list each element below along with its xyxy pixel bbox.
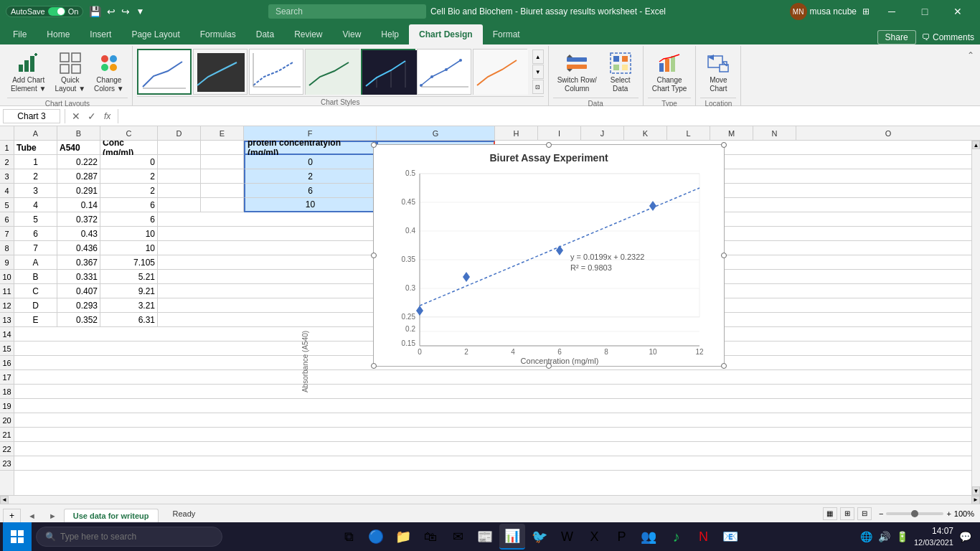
- cell-e3[interactable]: [201, 169, 244, 184]
- name-box[interactable]: [3, 109, 60, 123]
- zoom-in-icon[interactable]: +: [946, 509, 951, 518]
- taskbar-icon-twitter[interactable]: 🐦: [527, 524, 552, 550]
- col-header-b[interactable]: B: [57, 126, 100, 140]
- vertical-scrollbar[interactable]: ▲ ▼: [971, 141, 980, 495]
- row-num-21[interactable]: 21: [0, 428, 14, 442]
- select-data-button[interactable]: SelectData: [603, 49, 639, 96]
- cell-a4[interactable]: 3: [14, 184, 57, 198]
- confirm-formula-button[interactable]: ✓: [85, 110, 98, 122]
- sheet-tab-active[interactable]: Use data for writeup: [64, 509, 159, 522]
- save-icon[interactable]: 💾: [89, 6, 101, 17]
- chart-style-3[interactable]: [249, 49, 303, 95]
- formula-input[interactable]: [123, 110, 977, 123]
- taskbar-search-bar[interactable]: 🔍: [36, 527, 222, 547]
- zoom-slider[interactable]: [886, 512, 943, 515]
- change-colors-button[interactable]: ChangeColors ▼: [90, 49, 128, 96]
- col-header-d[interactable]: D: [158, 126, 201, 140]
- cell-f4[interactable]: 6: [244, 184, 377, 198]
- sheet-nav-right[interactable]: ►: [43, 509, 62, 522]
- tab-page-layout[interactable]: Page Layout: [121, 24, 189, 44]
- cell-b9[interactable]: 0.367: [57, 255, 100, 270]
- cell-b6[interactable]: 0.372: [57, 212, 100, 227]
- redo-icon[interactable]: ↪: [121, 6, 130, 17]
- cell-a2[interactable]: 1: [14, 155, 57, 169]
- row-num-8[interactable]: 8: [0, 241, 14, 255]
- taskbar-icon-task-view[interactable]: ⧉: [336, 524, 362, 550]
- chart-style-1[interactable]: [137, 49, 192, 95]
- tab-format[interactable]: Format: [483, 24, 530, 44]
- row-num-11[interactable]: 11: [0, 284, 14, 298]
- cell-b3[interactable]: 0.287: [57, 169, 100, 184]
- cell-c10[interactable]: 5.21: [100, 270, 158, 284]
- cell-c4[interactable]: 2: [100, 184, 158, 198]
- taskbar-icon-edge[interactable]: 🔵: [363, 524, 389, 550]
- customize-icon[interactable]: ▼: [136, 6, 144, 17]
- taskbar-icon-explorer[interactable]: 📁: [390, 524, 416, 550]
- change-chart-type-button[interactable]: ChangeChart Type: [648, 49, 692, 96]
- row-num-17[interactable]: 17: [0, 370, 14, 385]
- gallery-up-button[interactable]: ▲: [532, 50, 544, 64]
- network-icon[interactable]: 🌐: [860, 531, 872, 542]
- cell-f2[interactable]: 0: [244, 155, 377, 169]
- row-num-13[interactable]: 13: [0, 313, 14, 327]
- cell-a7[interactable]: 6: [14, 227, 57, 241]
- cell-c12[interactable]: 3.21: [100, 298, 158, 313]
- cancel-formula-button[interactable]: ✕: [70, 110, 83, 122]
- taskbar-icon-teams[interactable]: 👥: [636, 524, 661, 550]
- cell-f5[interactable]: 10: [244, 198, 377, 212]
- add-sheet-button[interactable]: +: [3, 509, 21, 522]
- cell-d5[interactable]: [158, 198, 201, 212]
- notification-icon[interactable]: 💬: [959, 531, 971, 542]
- chart-handle-w[interactable]: [371, 253, 377, 258]
- row-num-9[interactable]: 9: [0, 255, 14, 270]
- cell-b5[interactable]: 0.14: [57, 198, 100, 212]
- scroll-right-button[interactable]: ►: [971, 496, 980, 504]
- chart-style-4[interactable]: [305, 49, 359, 95]
- chart-handle-sw[interactable]: [371, 363, 377, 369]
- tab-data[interactable]: Data: [246, 24, 284, 44]
- ribbon-collapse-button[interactable]: ⌃: [964, 49, 977, 62]
- cell-a8[interactable]: 7: [14, 241, 57, 255]
- chart-handle-n[interactable]: [546, 142, 552, 148]
- row-num-5[interactable]: 5: [0, 198, 14, 212]
- switch-row-col-button[interactable]: Switch Row/Column: [553, 49, 601, 96]
- col-header-e[interactable]: E: [201, 126, 244, 140]
- cell-c7[interactable]: 10: [100, 227, 158, 241]
- sheet-nav-left[interactable]: ◄: [22, 509, 42, 522]
- tab-insert[interactable]: Insert: [80, 24, 121, 44]
- battery-icon[interactable]: 🔋: [896, 531, 908, 542]
- row-num-10[interactable]: 10: [0, 270, 14, 284]
- chart-handle-nw[interactable]: [371, 142, 377, 148]
- page-break-view-button[interactable]: ⊟: [857, 507, 872, 520]
- normal-view-button[interactable]: ▦: [823, 507, 837, 520]
- chart-style-7[interactable]: [473, 49, 527, 95]
- taskbar-icon-word[interactable]: W: [554, 524, 580, 550]
- cell-a3[interactable]: 2: [14, 169, 57, 184]
- row-num-7[interactable]: 7: [0, 227, 14, 241]
- cell-b11[interactable]: 0.407: [57, 284, 100, 298]
- scroll-left-button[interactable]: ◄: [0, 496, 9, 504]
- col-header-f[interactable]: F: [244, 126, 377, 140]
- cell-e2[interactable]: [201, 155, 244, 169]
- cell-b8[interactable]: 0.436: [57, 241, 100, 255]
- taskbar-icon-mail[interactable]: ✉: [445, 524, 471, 550]
- add-chart-element-button[interactable]: Add ChartElement ▼: [7, 49, 50, 96]
- row-num-12[interactable]: 12: [0, 298, 14, 313]
- cell-f1[interactable]: protein concentratyion (mg/ml): [244, 141, 377, 155]
- cell-c11[interactable]: 9.21: [100, 284, 158, 298]
- cell-b1[interactable]: A540: [57, 141, 100, 155]
- cell-c1[interactable]: Conc (mg/ml): [100, 141, 158, 155]
- zoom-slider-thumb[interactable]: [911, 510, 918, 517]
- taskbar-icon-excel[interactable]: 📊: [499, 524, 525, 550]
- chart-handle-ne[interactable]: [721, 142, 727, 148]
- row-num-1[interactable]: 1: [0, 141, 14, 155]
- cell-a12[interactable]: D: [14, 298, 57, 313]
- row-num-18[interactable]: 18: [0, 385, 14, 399]
- cell-c13[interactable]: 6.31: [100, 313, 158, 327]
- cell-e1[interactable]: [201, 141, 244, 155]
- tab-chart-design[interactable]: Chart Design: [409, 24, 483, 44]
- gallery-down-button[interactable]: ▼: [532, 65, 544, 79]
- share-button[interactable]: Share: [877, 30, 916, 44]
- chart-handle-e[interactable]: [721, 253, 727, 258]
- tab-help[interactable]: Help: [371, 24, 409, 44]
